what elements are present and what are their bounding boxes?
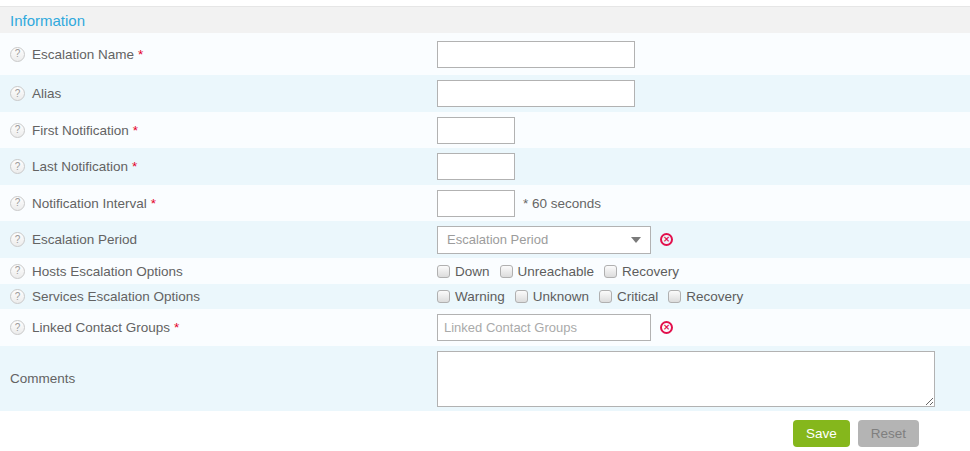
required-asterisk: *	[133, 123, 138, 138]
services-options-label: Services Escalation Options	[32, 289, 200, 304]
escalation-period-label: Escalation Period	[32, 232, 137, 247]
help-icon[interactable]: ?	[10, 320, 25, 335]
required-asterisk: *	[138, 47, 143, 62]
critical-checkbox-label: Critical	[617, 289, 658, 304]
help-icon[interactable]: ?	[10, 196, 25, 211]
comments-label: Comments	[10, 371, 75, 386]
last-notification-label: Last Notification	[32, 159, 128, 174]
row-linked-contact-groups: ? Linked Contact Groups * ✕	[0, 309, 970, 346]
hosts-options-label-cell: ? Hosts Escalation Options	[0, 264, 437, 279]
last-notification-label-cell: ? Last Notification *	[0, 159, 437, 174]
row-hosts-escalation-options: ? Hosts Escalation Options Down Unreacha…	[0, 258, 970, 284]
comments-textarea[interactable]	[437, 351, 935, 407]
required-asterisk: *	[132, 159, 137, 174]
linked-contact-groups-label-cell: ? Linked Contact Groups *	[0, 320, 437, 335]
help-icon[interactable]: ?	[10, 264, 25, 279]
chevron-down-icon	[631, 237, 641, 243]
checkbox-item-unknown: Unknown	[515, 289, 589, 304]
first-notification-input[interactable]	[437, 117, 515, 144]
escalation-name-label: Escalation Name	[32, 47, 134, 62]
unknown-checkbox-label: Unknown	[533, 289, 589, 304]
row-alias: ? Alias	[0, 75, 970, 112]
row-escalation-name: ? Escalation Name *	[0, 33, 970, 75]
checkbox-item-unreachable: Unreachable	[500, 264, 595, 279]
row-comments: Comments	[0, 346, 970, 411]
escalation-period-selected-value: Escalation Period	[447, 232, 548, 247]
row-escalation-period: ? Escalation Period Escalation Period ✕	[0, 221, 970, 258]
warning-checkbox-label: Warning	[455, 289, 505, 304]
escalation-form: Information ? Escalation Name * ? Alias …	[0, 0, 970, 447]
section-title: Information	[10, 12, 85, 29]
interval-unit-hint: * 60 seconds	[523, 196, 601, 211]
clear-linked-contact-groups-icon[interactable]: ✕	[660, 321, 673, 334]
escalation-period-select[interactable]: Escalation Period	[437, 226, 651, 254]
down-checkbox-label: Down	[455, 264, 490, 279]
linked-contact-groups-label: Linked Contact Groups	[32, 320, 170, 335]
service-recovery-checkbox-label: Recovery	[686, 289, 743, 304]
checkbox-item-down: Down	[437, 264, 490, 279]
checkbox-item-host-recovery: Recovery	[604, 264, 679, 279]
services-options-label-cell: ? Services Escalation Options	[0, 289, 437, 304]
service-recovery-checkbox[interactable]	[668, 290, 681, 303]
checkbox-item-service-recovery: Recovery	[668, 289, 743, 304]
notification-interval-input[interactable]	[437, 190, 515, 217]
unreachable-checkbox[interactable]	[500, 265, 513, 278]
notification-interval-label-cell: ? Notification Interval *	[0, 196, 437, 211]
unreachable-checkbox-label: Unreachable	[518, 264, 595, 279]
checkbox-item-warning: Warning	[437, 289, 505, 304]
help-icon[interactable]: ?	[10, 86, 25, 101]
help-icon[interactable]: ?	[10, 232, 25, 247]
critical-checkbox[interactable]	[599, 290, 612, 303]
row-services-escalation-options: ? Services Escalation Options Warning Un…	[0, 284, 970, 309]
form-actions: Save Reset	[0, 411, 970, 447]
alias-label-cell: ? Alias	[0, 86, 437, 101]
help-icon[interactable]: ?	[10, 123, 25, 138]
alias-label: Alias	[32, 86, 61, 101]
reset-button[interactable]: Reset	[858, 420, 919, 447]
row-first-notification: ? First Notification *	[0, 112, 970, 148]
warning-checkbox[interactable]	[437, 290, 450, 303]
required-asterisk: *	[151, 196, 156, 211]
escalation-name-label-cell: ? Escalation Name *	[0, 47, 437, 62]
linked-contact-groups-input[interactable]	[437, 314, 651, 341]
notification-interval-label: Notification Interval	[32, 196, 147, 211]
down-checkbox[interactable]	[437, 265, 450, 278]
save-button[interactable]: Save	[793, 420, 850, 447]
hosts-options-label: Hosts Escalation Options	[32, 264, 183, 279]
escalation-name-input[interactable]	[437, 41, 635, 68]
host-recovery-checkbox[interactable]	[604, 265, 617, 278]
row-last-notification: ? Last Notification *	[0, 148, 970, 185]
help-icon[interactable]: ?	[10, 289, 25, 304]
help-icon[interactable]: ?	[10, 159, 25, 174]
comments-label-cell: Comments	[0, 371, 437, 386]
required-asterisk: *	[174, 320, 179, 335]
escalation-period-label-cell: ? Escalation Period	[0, 232, 437, 247]
first-notification-label: First Notification	[32, 123, 129, 138]
alias-input[interactable]	[437, 80, 635, 107]
first-notification-label-cell: ? First Notification *	[0, 123, 437, 138]
checkbox-item-critical: Critical	[599, 289, 658, 304]
row-notification-interval: ? Notification Interval * * 60 seconds	[0, 185, 970, 221]
section-header: Information	[0, 6, 970, 33]
help-icon[interactable]: ?	[10, 47, 25, 62]
host-recovery-checkbox-label: Recovery	[622, 264, 679, 279]
last-notification-input[interactable]	[437, 153, 515, 180]
clear-escalation-period-icon[interactable]: ✕	[660, 233, 673, 246]
unknown-checkbox[interactable]	[515, 290, 528, 303]
